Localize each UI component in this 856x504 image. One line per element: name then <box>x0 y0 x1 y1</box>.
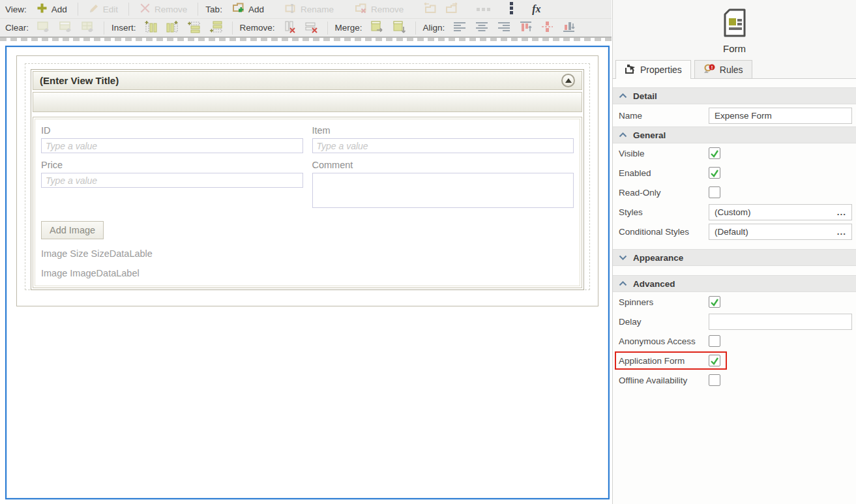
section-detail[interactable]: Detail <box>613 87 856 104</box>
clear-row-icon <box>59 21 72 35</box>
image-size-row: Image SizeSizeDataLable <box>41 248 574 259</box>
align-center-icon <box>475 22 488 34</box>
align-left-button[interactable] <box>450 20 469 36</box>
field-item-input[interactable] <box>312 138 574 153</box>
tab-arrow-right-icon <box>445 3 458 16</box>
name-input[interactable] <box>709 108 852 124</box>
align-middle-button[interactable] <box>538 19 557 37</box>
offline-availability-label: Offline Availability <box>619 376 709 385</box>
application-form-label: Application Form <box>619 356 709 366</box>
properties-body: Detail Name General Visible Enabled Read… <box>613 78 856 504</box>
styles-label: Styles <box>619 207 709 217</box>
clear-row-button[interactable] <box>56 19 76 37</box>
clear-cell-icon <box>37 21 50 35</box>
item-view[interactable]: (Enter View Title) ID <box>31 69 584 290</box>
field-price-input[interactable] <box>41 173 303 188</box>
separator <box>415 22 416 35</box>
field-id-input[interactable] <box>41 138 303 153</box>
align-right-button[interactable] <box>494 20 514 36</box>
merge-down-button[interactable] <box>390 19 409 37</box>
tab-properties[interactable]: Properties <box>615 60 691 79</box>
insert-row-above-button[interactable] <box>184 19 204 37</box>
prop-row-name: Name <box>613 104 856 126</box>
enabled-checkbox[interactable] <box>709 167 720 179</box>
tab-move-left-button[interactable] <box>420 1 439 18</box>
view-dropzone[interactable]: (Enter View Title) ID <box>25 63 590 290</box>
conditional-styles-label: Conditional Styles <box>619 227 709 237</box>
separator <box>128 3 129 16</box>
chevron-up-icon <box>619 132 627 138</box>
toolbar-row-view-tab: View: Add Edit Remove Tab: Add <box>0 0 612 18</box>
tab-add-button[interactable]: Add <box>228 1 269 18</box>
align-center-button[interactable] <box>472 20 492 36</box>
view-edit-button[interactable]: Edit <box>84 1 123 18</box>
designer-pane: View: Add Edit Remove Tab: Add <box>0 0 612 504</box>
section-advanced[interactable]: Advanced <box>613 275 856 292</box>
field-comment-input[interactable] <box>312 173 574 208</box>
insert-column-left-icon <box>145 21 157 35</box>
readonly-label: Read-Only <box>619 188 709 198</box>
kebab-menu-button[interactable] <box>506 0 517 18</box>
view-remove-button[interactable]: Remove <box>135 1 192 18</box>
clear-table-button[interactable] <box>78 19 98 37</box>
align-top-button[interactable] <box>516 19 535 37</box>
align-bottom-button[interactable] <box>559 19 578 37</box>
inspector-tabs: Properties ! Rules <box>615 60 752 78</box>
remove-row-icon <box>305 21 318 35</box>
layout-cell[interactable]: (Enter View Title) ID <box>16 55 598 306</box>
insert-column-right-button[interactable] <box>163 19 182 37</box>
field-item-label: Item <box>312 125 574 136</box>
rules-warning-icon: ! <box>703 63 715 76</box>
delay-label: Delay <box>619 317 709 327</box>
prop-row-anonymous-access: Anonymous Access <box>613 331 856 351</box>
spinners-checkbox[interactable] <box>709 296 720 308</box>
toolbar-row-layout: Clear: Insert: <box>0 18 612 37</box>
anonymous-access-label: Anonymous Access <box>619 336 709 346</box>
expression-fx-button[interactable]: fx <box>529 1 544 17</box>
visible-label: Visible <box>619 149 709 158</box>
more-options-button[interactable] <box>473 3 494 16</box>
add-image-button[interactable]: Add Image <box>41 221 104 239</box>
tab-remove-button[interactable]: Remove <box>350 1 408 18</box>
field-price-label: Price <box>41 160 303 170</box>
x-icon <box>140 3 151 16</box>
remove-column-button[interactable] <box>280 19 299 37</box>
section-general[interactable]: General <box>613 126 856 143</box>
view-form-body[interactable]: ID Item Price <box>33 117 582 288</box>
clear-contents-button[interactable] <box>34 19 53 37</box>
enabled-label: Enabled <box>619 168 709 178</box>
insert-row-below-button[interactable] <box>207 19 226 37</box>
insert-column-left-button[interactable] <box>141 19 160 37</box>
collapse-view-button[interactable] <box>561 74 575 87</box>
insert-group-label: Insert: <box>110 23 139 33</box>
offline-availability-checkbox[interactable] <box>709 374 720 386</box>
tab-move-right-button[interactable] <box>442 1 462 18</box>
image-size-data-label: SizeDataLable <box>91 248 153 259</box>
checkmark-icon <box>710 149 719 158</box>
tab-add-icon <box>232 3 244 16</box>
delay-input[interactable] <box>709 314 852 330</box>
visible-checkbox[interactable] <box>709 147 720 159</box>
conditional-styles-picker[interactable]: (Default) ... <box>709 224 852 240</box>
fx-icon: fx <box>532 3 540 15</box>
form-design-canvas[interactable]: (Enter View Title) ID <box>5 46 610 499</box>
anonymous-access-checkbox[interactable] <box>709 335 720 347</box>
view-add-button[interactable]: Add <box>32 1 72 18</box>
section-appearance[interactable]: Appearance <box>613 249 856 266</box>
tab-rename-button[interactable]: Rename <box>280 1 338 18</box>
merge-right-button[interactable] <box>368 19 387 37</box>
remove-row-button[interactable] <box>302 19 321 37</box>
ellipsis-button[interactable]: ... <box>837 207 846 217</box>
tab-rules[interactable]: ! Rules <box>694 60 752 78</box>
align-group-label: Align: <box>422 23 448 33</box>
view-toolbar-placeholder[interactable] <box>33 92 582 112</box>
application-form-checkbox[interactable] <box>709 355 720 366</box>
field-price: Price <box>41 153 303 211</box>
view-title-bar[interactable]: (Enter View Title) <box>33 71 582 90</box>
readonly-checkbox[interactable] <box>709 186 720 198</box>
checkmark-icon <box>710 169 719 177</box>
checkmark-icon <box>710 298 719 306</box>
styles-picker[interactable]: (Custom) ... <box>709 204 852 220</box>
ellipsis-button[interactable]: ... <box>837 227 846 237</box>
clear-table-icon <box>81 21 95 35</box>
